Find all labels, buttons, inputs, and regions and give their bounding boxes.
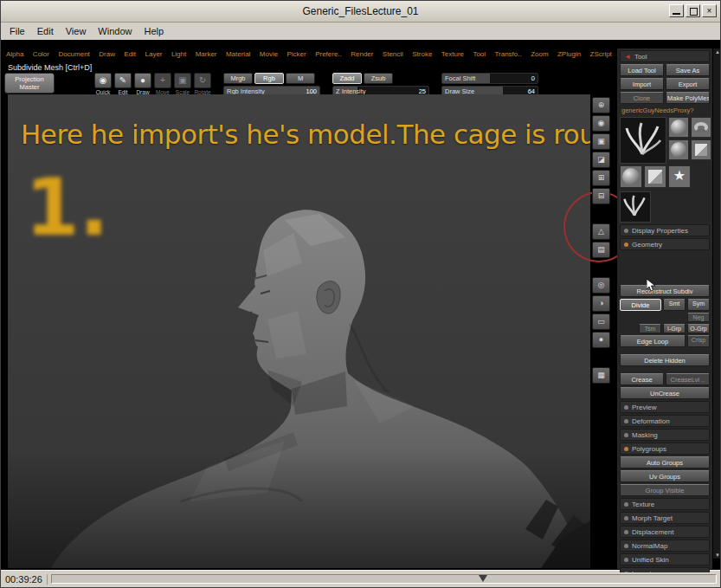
rotate-mode-button[interactable]: ↻ Rotate	[194, 73, 211, 95]
cube-thumbnail[interactable]	[644, 165, 666, 188]
scroll-icon[interactable]: ⊕	[592, 97, 610, 113]
clone-button[interactable]: Clone	[620, 92, 664, 104]
zmenu-texture[interactable]: Texture	[441, 50, 464, 58]
seek-bar[interactable]	[51, 574, 717, 584]
section-unified-skin[interactable]: Unified Skin	[620, 553, 710, 565]
menu-help[interactable]: Help	[138, 24, 169, 38]
zsub-button[interactable]: Zsub	[364, 73, 393, 84]
zadd-button[interactable]: Zadd	[332, 73, 362, 84]
zmenu-edit[interactable]: Edit	[124, 50, 136, 58]
crease-lvl-button[interactable]: CreaseLvl ..	[666, 373, 710, 385]
auto-groups-button[interactable]: Auto Groups	[620, 456, 710, 468]
titlebar[interactable]: Generic_FilesLecture_01 ×	[1, 1, 720, 23]
neg-toggle[interactable]: Neg	[687, 313, 710, 322]
section-morph-target[interactable]: Morph Target	[620, 512, 710, 524]
section-deformation[interactable]: Deformation	[620, 415, 710, 427]
aa-half-icon[interactable]: ◪	[592, 152, 610, 168]
smt-toggle[interactable]: Smt	[663, 299, 686, 311]
import-tool-button[interactable]: Import	[620, 78, 664, 90]
focal-shift-slider[interactable]: Focal Shift 0	[441, 73, 538, 84]
menu-view[interactable]: View	[61, 24, 92, 38]
uncrease-button[interactable]: UnCrease	[620, 387, 710, 399]
zmenu-zplugin[interactable]: ZPlugin	[557, 50, 581, 58]
section-display-properties[interactable]: Display Properties	[620, 224, 710, 236]
crease-button[interactable]: Crease	[620, 373, 664, 385]
ogrp-toggle[interactable]: O-Grp	[687, 324, 710, 333]
zoom-out-icon[interactable]: ⊟	[592, 188, 610, 204]
zmenu-color[interactable]: Color	[33, 50, 49, 58]
store-icon[interactable]: ▦	[592, 367, 610, 384]
edit-mode-button[interactable]: ✎ Edit	[114, 73, 132, 95]
cube3d-thumbnail[interactable]	[691, 139, 711, 160]
frame-icon[interactable]: ▭	[592, 313, 610, 330]
restore-button[interactable]	[686, 4, 700, 17]
video-area[interactable]: Alpha Color Document Draw Edit Layer Lig…	[1, 40, 721, 572]
mrgb-button[interactable]: Mrgb	[223, 73, 253, 84]
projection-master-button[interactable]: Projection Master	[4, 73, 55, 94]
section-polygroups[interactable]: Polygroups	[620, 443, 710, 455]
zmenu-tool[interactable]: Tool	[473, 50, 486, 58]
delete-hidden-button[interactable]: Delete Hidden	[620, 354, 710, 366]
canvas[interactable]: Here he import's he's model.The cage is …	[8, 94, 590, 568]
move-mode-button[interactable]: + Move	[154, 73, 171, 95]
export-tool-button[interactable]: Export	[666, 78, 710, 90]
persp-icon[interactable]: △	[592, 223, 610, 240]
zmenu-material[interactable]: Material	[226, 50, 250, 58]
load-tool-button[interactable]: Load Tool	[620, 64, 664, 76]
tray-scrollbar[interactable]: ▲ ▼	[713, 48, 721, 559]
sphere3d-thumbnail[interactable]	[668, 117, 689, 138]
zmenu-transform[interactable]: Transfo..	[494, 50, 521, 58]
group-visible-button[interactable]: Group Visible	[620, 484, 710, 496]
sphere-thumbnail[interactable]	[668, 139, 689, 160]
lsym-icon[interactable]: ◑	[592, 295, 610, 312]
zmenu-marker[interactable]: Marker	[196, 50, 217, 58]
zmenu-zoom[interactable]: Zoom	[531, 50, 548, 58]
collapse-arrow-icon[interactable]: ◄	[624, 53, 631, 61]
zmenu-movie[interactable]: Movie	[260, 50, 278, 58]
zmenu-stroke[interactable]: Stroke	[412, 50, 432, 58]
section-texture[interactable]: Texture	[620, 498, 710, 510]
minimize-button[interactable]	[669, 4, 684, 17]
quick-mode-button[interactable]: ◉ Quick	[94, 73, 112, 95]
section-import[interactable]: Import	[620, 567, 710, 572]
close-button[interactable]: ×	[702, 4, 717, 17]
divide-button[interactable]: Divide	[620, 299, 661, 311]
seek-marker[interactable]	[479, 575, 487, 582]
menu-file[interactable]: File	[4, 24, 30, 38]
menu-window[interactable]: Window	[93, 24, 137, 38]
edge-loop-button[interactable]: Edge Loop	[620, 335, 686, 347]
ring3d-thumbnail[interactable]	[691, 117, 711, 138]
draw-mode-button[interactable]: ● Draw	[134, 73, 151, 95]
m-button[interactable]: M	[286, 73, 315, 84]
star3d-thumbnail[interactable]: ★	[668, 165, 691, 188]
zmenu-layer[interactable]: Layer	[145, 50, 162, 58]
section-geometry[interactable]: Geometry	[620, 238, 710, 250]
section-masking[interactable]: Masking	[620, 429, 710, 441]
polymesh-thumbnail[interactable]	[620, 165, 642, 188]
zmenu-picker[interactable]: Picker	[287, 50, 306, 58]
make-polymesh3d-button[interactable]: Make PolyMesh3D	[666, 92, 710, 104]
zmenu-light[interactable]: Light	[171, 50, 186, 58]
section-normalmap[interactable]: NormalMap	[620, 540, 710, 552]
scroll-down-icon[interactable]: ▼	[715, 552, 720, 559]
recent-tool-thumbnail[interactable]	[620, 191, 651, 223]
uv-groups-button[interactable]: Uv Groups	[620, 470, 710, 482]
zmenu-alpha[interactable]: Alpha	[6, 50, 23, 58]
zmenu-draw[interactable]: Draw	[99, 50, 115, 58]
section-displacement[interactable]: Displacement	[620, 526, 710, 538]
igrp-toggle[interactable]: I-Grp	[663, 324, 686, 333]
save-as-button[interactable]: Save As	[666, 64, 710, 76]
current-tool-thumbnail[interactable]	[620, 117, 666, 164]
scroll-up-icon[interactable]: ▲	[715, 48, 720, 55]
scale-mode-button[interactable]: ▣ Scale	[174, 73, 191, 95]
reconstruct-subdiv-button[interactable]: Reconstruct Subdiv	[620, 285, 710, 297]
actual-size-icon[interactable]: ▣	[592, 133, 610, 150]
rgb-button[interactable]: Rgb	[254, 73, 284, 84]
zmenu-render[interactable]: Render	[351, 50, 373, 58]
record-icon[interactable]: ●	[592, 332, 610, 348]
local-icon[interactable]: ◎	[592, 277, 610, 294]
menu-edit[interactable]: Edit	[32, 24, 59, 38]
floor-icon[interactable]: ▤	[592, 242, 610, 258]
zmenu-zscript[interactable]: ZScript	[590, 50, 612, 58]
zoom-in-icon[interactable]: ⊞	[592, 170, 610, 186]
